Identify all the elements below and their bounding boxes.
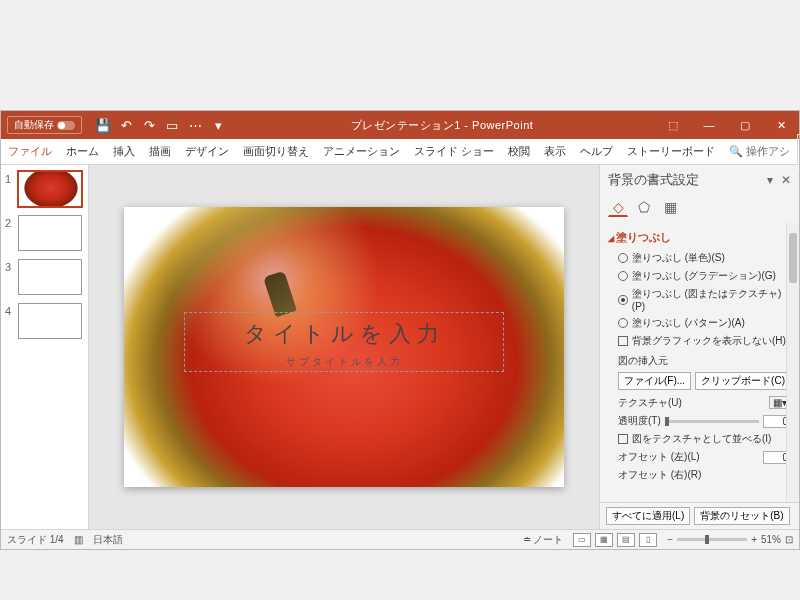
sorter-view-icon[interactable]: ▦ xyxy=(595,533,613,547)
tab-draw[interactable]: 描画 xyxy=(142,139,178,164)
zoom-slider[interactable] xyxy=(677,538,747,541)
reading-view-icon[interactable]: ▤ xyxy=(617,533,635,547)
title-placeholder[interactable]: タイトルを入力 サブタイトルを入力 xyxy=(184,312,504,372)
tab-slideshow[interactable]: スライド ショー xyxy=(407,139,501,164)
normal-view-icon[interactable]: ▭ xyxy=(573,533,591,547)
pane-title: 背景の書式設定 xyxy=(608,171,699,189)
search-icon: 🔍 xyxy=(729,145,743,158)
redo-icon[interactable]: ↷ xyxy=(138,114,160,136)
thumb-number: 3 xyxy=(5,259,15,295)
thumbnail-2[interactable]: 2 xyxy=(3,213,86,253)
radio-label: 塗りつぶし (パターン)(A) xyxy=(632,316,745,330)
zoom-in-icon[interactable]: + xyxy=(751,534,757,545)
thumb-number: 1 xyxy=(5,171,15,207)
ribbon-display-icon[interactable]: ⬚ xyxy=(655,111,691,139)
title-bar: 自動保存 💾 ↶ ↷ ▭ ⋯ ▾ プレゼンテーション1 - PowerPoint… xyxy=(1,111,799,139)
thumb-number: 2 xyxy=(5,215,15,251)
current-slide[interactable]: タイトルを入力 サブタイトルを入力 xyxy=(124,207,564,487)
start-from-beginning-icon[interactable]: ▭ xyxy=(161,114,183,136)
notes-button[interactable]: ≐ ノート xyxy=(523,533,564,547)
tab-animations[interactable]: アニメーション xyxy=(316,139,407,164)
save-icon[interactable]: 💾 xyxy=(92,114,114,136)
slideshow-view-icon[interactable]: ▯ xyxy=(639,533,657,547)
radio-label: 塗りつぶし (単色)(S) xyxy=(632,251,725,265)
maximize-icon[interactable]: ▢ xyxy=(727,111,763,139)
checkbox-label: 背景グラフィックを表示しない(H) xyxy=(632,334,786,348)
insert-from-label: 図の挿入元 xyxy=(608,350,791,370)
pane-options-icon[interactable]: ▾ xyxy=(767,173,773,187)
thumbnail-4[interactable]: 4 xyxy=(3,301,86,341)
scrollbar-thumb[interactable] xyxy=(789,233,797,283)
thumb-preview xyxy=(18,215,82,251)
fill-tab-icon[interactable]: ◇ xyxy=(608,197,628,217)
notes-label: ノート xyxy=(533,534,563,545)
apply-all-button[interactable]: すべてに適用(L) xyxy=(606,507,690,525)
fill-section-header[interactable]: 塗りつぶし xyxy=(608,230,791,245)
transparency-label: 透明度(T) xyxy=(618,414,661,428)
touch-mode-icon[interactable]: ⋯ xyxy=(184,114,206,136)
hide-bg-checkbox[interactable]: 背景グラフィックを表示しない(H) xyxy=(608,332,791,350)
language-indicator[interactable]: 日本語 xyxy=(93,533,123,547)
tab-insert[interactable]: 挿入 xyxy=(106,139,142,164)
tab-transitions[interactable]: 画面切り替え xyxy=(236,139,316,164)
radio-icon xyxy=(618,271,628,281)
insert-clipboard-button[interactable]: クリップボード(C) xyxy=(695,372,791,390)
radio-icon xyxy=(618,253,628,263)
subtitle-text: サブタイトルを入力 xyxy=(185,355,503,369)
tab-design[interactable]: デザイン xyxy=(178,139,236,164)
tile-checkbox[interactable]: 図をテクスチャとして並べる(I) xyxy=(608,430,791,448)
tab-file[interactable]: ファイル xyxy=(1,139,59,164)
radio-icon xyxy=(618,295,628,305)
insert-file-button[interactable]: ファイル(F)... xyxy=(618,372,691,390)
fill-picture-radio[interactable]: 塗りつぶし (図またはテクスチャ)(P) xyxy=(608,285,791,314)
tab-review[interactable]: 校閲 xyxy=(501,139,537,164)
transparency-slider[interactable] xyxy=(665,420,759,423)
offset-left-label: オフセット (左)(L) xyxy=(618,450,759,464)
main-body: 1 2 3 4 タイトルを入力 サブタイトルを入力 xyxy=(1,165,799,529)
status-bar: スライド 1/4 ▥ 日本語 ≐ ノート ▭ ▦ ▤ ▯ − + 51% ⊡ xyxy=(1,529,799,549)
radio-label: 塗りつぶし (グラデーション)(G) xyxy=(632,269,776,283)
slider-thumb-icon[interactable] xyxy=(665,417,669,426)
picture-tab-icon[interactable]: ▦ xyxy=(660,197,680,217)
thumb-preview xyxy=(18,171,82,207)
undo-icon[interactable]: ↶ xyxy=(115,114,137,136)
format-background-pane: 背景の書式設定 ▾ ✕ ◇ ⬠ ▦ 塗りつぶし 塗りつぶし (単色)(S) 塗り… xyxy=(599,165,799,529)
slide-canvas[interactable]: タイトルを入力 サブタイトルを入力 xyxy=(89,165,599,529)
effects-tab-icon[interactable]: ⬠ xyxy=(634,197,654,217)
spellcheck-icon[interactable]: ▥ xyxy=(74,534,83,545)
reset-bg-button[interactable]: 背景のリセット(B) xyxy=(694,507,789,525)
minimize-icon[interactable]: — xyxy=(691,111,727,139)
zoom-out-icon[interactable]: − xyxy=(667,534,673,545)
thumbnail-1[interactable]: 1 xyxy=(3,169,86,209)
qat-dropdown-icon[interactable]: ▾ xyxy=(207,114,229,136)
radio-label: 塗りつぶし (図またはテクスチャ)(P) xyxy=(632,287,791,312)
thumb-preview xyxy=(18,259,82,295)
zoom-thumb-icon[interactable] xyxy=(705,535,709,544)
pane-body: 塗りつぶし 塗りつぶし (単色)(S) 塗りつぶし (グラデーション)(G) 塗… xyxy=(600,223,799,502)
offset-right-label: オフセット (右)(R) xyxy=(618,468,791,482)
checkbox-icon xyxy=(618,336,628,346)
fill-gradient-radio[interactable]: 塗りつぶし (グラデーション)(G) xyxy=(608,267,791,285)
tell-me-label: 操作アシ xyxy=(746,144,790,159)
checkbox-label: 図をテクスチャとして並べる(I) xyxy=(632,432,771,446)
thumb-preview xyxy=(18,303,82,339)
zoom-value[interactable]: 51% xyxy=(761,534,781,545)
fill-pattern-radio[interactable]: 塗りつぶし (パターン)(A) xyxy=(608,314,791,332)
radio-icon xyxy=(618,318,628,328)
pane-close-icon[interactable]: ✕ xyxy=(781,173,791,187)
toggle-off-icon xyxy=(57,121,75,130)
document-title: プレゼンテーション1 - PowerPoint xyxy=(229,118,655,133)
autosave-toggle[interactable]: 自動保存 xyxy=(7,116,82,134)
tab-view[interactable]: 表示 xyxy=(537,139,573,164)
tab-storyboard[interactable]: ストーリーボード xyxy=(620,139,722,164)
tab-help[interactable]: ヘルプ xyxy=(573,139,620,164)
ribbon-tabs: ファイル ホーム 挿入 描画 デザイン 画面切り替え アニメーション スライド … xyxy=(1,139,799,165)
close-icon[interactable]: ✕ xyxy=(763,111,799,139)
slide-indicator[interactable]: スライド 1/4 xyxy=(7,533,64,547)
fill-solid-radio[interactable]: 塗りつぶし (単色)(S) xyxy=(608,249,791,267)
thumbnail-3[interactable]: 3 xyxy=(3,257,86,297)
tell-me-search[interactable]: 🔍操作アシ xyxy=(722,139,797,164)
tab-home[interactable]: ホーム xyxy=(59,139,106,164)
fit-window-icon[interactable]: ⊡ xyxy=(785,534,793,545)
pane-scrollbar[interactable] xyxy=(786,223,799,502)
